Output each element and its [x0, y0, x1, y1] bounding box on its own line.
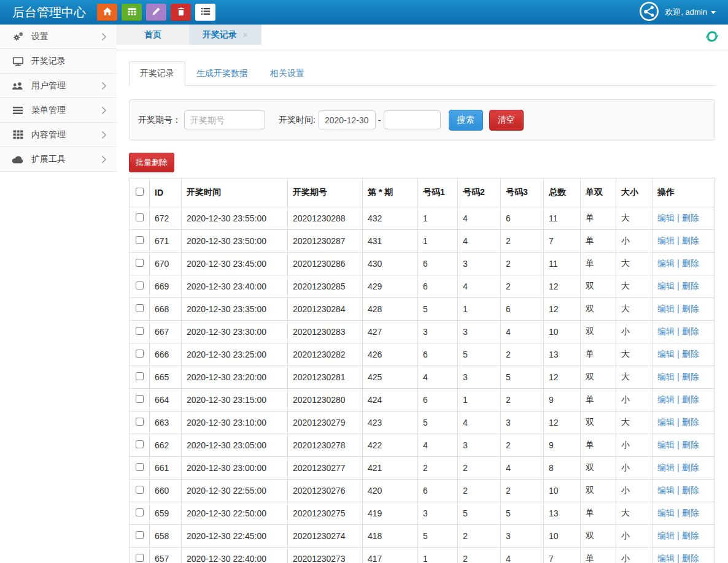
date-from-input[interactable] [319, 110, 376, 129]
edit-link[interactable]: 编辑 [657, 417, 675, 427]
user-menu[interactable]: 欢迎, admin [665, 7, 716, 18]
cell-period: 422 [363, 434, 418, 457]
delete-link[interactable]: 删除 [682, 462, 699, 472]
row-checkbox[interactable] [136, 440, 144, 448]
date-to-input[interactable] [384, 110, 441, 129]
table-row: 666 2020-12-30 23:25:00 20201230282 426 … [130, 343, 715, 366]
edit-link[interactable]: 编辑 [657, 281, 675, 291]
window-tab-首页[interactable]: 首页 [117, 25, 189, 45]
delete-link[interactable]: 删除 [682, 213, 699, 223]
row-checkbox[interactable] [136, 395, 144, 403]
cell-period: 424 [363, 389, 418, 412]
search-button[interactable]: 搜索 [449, 110, 483, 131]
edit-link[interactable]: 编辑 [657, 349, 675, 359]
row-checkbox[interactable] [136, 350, 144, 358]
cell-actions: 编辑|删除 [652, 412, 715, 434]
edit-link[interactable]: 编辑 [657, 508, 675, 518]
delete-link[interactable]: 删除 [682, 236, 699, 245]
row-checkbox[interactable] [136, 508, 144, 516]
row-checkbox[interactable] [136, 259, 144, 267]
row-checkbox[interactable] [136, 282, 144, 289]
row-checkbox[interactable] [136, 213, 144, 221]
edit-link[interactable]: 编辑 [657, 440, 675, 450]
edit-link[interactable]: 编辑 [657, 236, 675, 245]
delete-link[interactable]: 删除 [682, 349, 699, 359]
subtab-开奖记录[interactable]: 开奖记录 [129, 61, 185, 86]
subtab-生成开奖数据[interactable]: 生成开奖数据 [185, 61, 259, 86]
row-checkbox[interactable] [136, 418, 144, 426]
row-checkbox[interactable] [136, 304, 144, 312]
row-checkbox[interactable] [136, 463, 144, 471]
cell-period: 420 [363, 480, 418, 502]
pencil-shortcut-button[interactable] [146, 4, 166, 21]
delete-link[interactable]: 删除 [682, 508, 699, 518]
clear-button[interactable]: 清空 [489, 110, 524, 131]
trash-shortcut-button[interactable] [171, 4, 191, 21]
edit-link[interactable]: 编辑 [657, 304, 675, 313]
list-shortcut-button[interactable] [195, 4, 215, 21]
edit-link[interactable]: 编辑 [657, 485, 675, 495]
row-checkbox[interactable] [136, 486, 144, 494]
sidebar-item-label: 用户管理 [31, 80, 66, 91]
calendar-shortcut-button[interactable] [122, 4, 142, 21]
table-row: 672 2020-12-30 23:55:00 20201230288 432 … [130, 207, 715, 230]
cell-issue-number: 20201230287 [288, 230, 363, 253]
delete-link[interactable]: 删除 [682, 417, 699, 427]
delete-link[interactable]: 删除 [682, 258, 699, 268]
edit-link[interactable]: 编辑 [657, 530, 675, 540]
sidebar-item-扩展工具[interactable]: 扩展工具 [0, 147, 117, 172]
window-tab-开奖记录[interactable]: 开奖记录× [189, 25, 261, 45]
row-checkbox[interactable] [136, 554, 144, 562]
delete-link[interactable]: 删除 [682, 372, 699, 381]
sidebar-item-label: 扩展工具 [31, 154, 66, 165]
delete-link[interactable]: 删除 [682, 326, 699, 336]
edit-link[interactable]: 编辑 [657, 326, 675, 336]
cell-number3: 2 [501, 389, 544, 412]
batch-delete-button[interactable]: 批量删除 [129, 153, 174, 172]
home-shortcut-button[interactable] [97, 4, 117, 21]
cell-number1: 1 [418, 548, 458, 563]
edit-link[interactable]: 编辑 [657, 258, 675, 268]
delete-link[interactable]: 删除 [682, 485, 699, 495]
sidebar-item-内容管理[interactable]: 内容管理 [0, 123, 117, 147]
cell-id: 663 [150, 412, 182, 434]
cell-number3: 5 [501, 502, 544, 525]
sidebar-item-开奖记录[interactable]: 开奖记录 [0, 49, 117, 74]
sidebar-item-菜单管理[interactable]: 菜单管理 [0, 98, 117, 123]
cell-total: 10 [544, 480, 581, 502]
row-checkbox[interactable] [136, 327, 144, 335]
row-checkbox[interactable] [136, 531, 144, 539]
table-row: 668 2020-12-30 23:35:00 20201230284 428 … [130, 298, 715, 321]
cell-big-small: 小 [616, 525, 652, 548]
tab-close-icon[interactable]: × [242, 29, 248, 40]
cell-period: 429 [363, 275, 418, 298]
cell-issue-number: 20201230284 [288, 298, 363, 321]
cell-issue-number: 20201230281 [288, 366, 363, 389]
edit-link[interactable]: 编辑 [657, 462, 675, 472]
avatar[interactable] [639, 1, 659, 24]
refresh-icon[interactable] [705, 30, 719, 45]
sidebar-item-设置[interactable]: 设置 [0, 25, 117, 49]
delete-link[interactable]: 删除 [682, 553, 699, 563]
edit-link[interactable]: 编辑 [657, 213, 675, 223]
row-checkbox[interactable] [136, 236, 144, 244]
edit-link[interactable]: 编辑 [657, 553, 675, 563]
delete-link[interactable]: 删除 [682, 530, 699, 540]
cell-actions: 编辑|删除 [652, 321, 715, 343]
delete-link[interactable]: 删除 [682, 281, 699, 291]
row-checkbox[interactable] [136, 372, 144, 380]
select-all-checkbox[interactable] [136, 188, 144, 196]
edit-link[interactable]: 编辑 [657, 372, 675, 381]
cell-big-small: 大 [616, 366, 652, 389]
cell-number1: 2 [418, 457, 458, 480]
edit-link[interactable]: 编辑 [657, 394, 675, 404]
subtab-相关设置[interactable]: 相关设置 [259, 61, 316, 86]
action-separator: | [677, 462, 680, 472]
cell-issue-number: 20201230285 [288, 275, 363, 298]
delete-link[interactable]: 删除 [682, 394, 699, 404]
delete-link[interactable]: 删除 [682, 440, 699, 450]
sidebar-item-用户管理[interactable]: 用户管理 [0, 74, 117, 98]
issue-number-input[interactable] [184, 110, 265, 129]
cell-total: 12 [544, 412, 581, 434]
delete-link[interactable]: 删除 [682, 304, 699, 313]
